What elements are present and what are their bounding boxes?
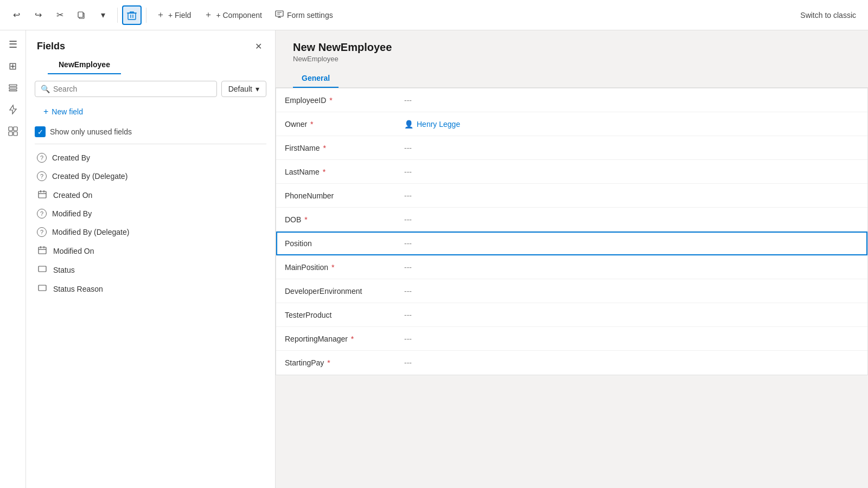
field-list-item[interactable]: Created On xyxy=(26,185,275,204)
field-value: --- xyxy=(395,281,867,301)
field-item-label: Created By xyxy=(52,153,90,162)
svg-rect-3 xyxy=(276,11,283,16)
field-label: TesterProduct xyxy=(276,305,395,325)
required-star: * xyxy=(325,358,330,367)
field-item-label: Modified By xyxy=(52,209,92,218)
field-value: --- xyxy=(395,210,867,229)
add-component-button[interactable]: ＋ + Component xyxy=(199,6,267,24)
field-label: ReportingManager * xyxy=(276,329,395,349)
settings-icon xyxy=(275,10,284,21)
form-row[interactable]: ReportingManager *--- xyxy=(276,327,867,351)
field-calendar-icon xyxy=(37,246,48,256)
form-row[interactable]: DeveloperEnvironment--- xyxy=(276,279,867,303)
search-box[interactable]: 🔍 xyxy=(35,81,217,97)
field-item-label: Created By (Delegate) xyxy=(52,172,127,181)
field-status-icon xyxy=(37,284,48,294)
required-star: * xyxy=(349,335,354,343)
field-label: PhoneNumber xyxy=(276,186,395,206)
field-item-label: Modified On xyxy=(53,247,94,255)
separator-2 xyxy=(146,8,146,23)
main-layout: ☰ ⊞ Fields ✕ xyxy=(0,30,868,488)
svg-rect-14 xyxy=(39,266,46,272)
svg-rect-10 xyxy=(9,132,12,136)
delete-button[interactable] xyxy=(122,5,142,25)
search-row: 🔍 Default ▾ xyxy=(26,74,275,104)
field-label: DOB * xyxy=(276,210,395,229)
svg-rect-15 xyxy=(39,285,46,291)
checkbox-label: Show only unused fields xyxy=(50,127,132,136)
svg-rect-8 xyxy=(9,127,12,131)
field-list-item[interactable]: ?Modified By xyxy=(26,204,275,223)
field-label: EmployeeID * xyxy=(276,91,395,110)
nav-layers-icon[interactable] xyxy=(3,78,23,98)
form-title: New NewEmployee xyxy=(293,41,851,54)
field-value: --- xyxy=(395,91,867,110)
field-calendar-icon xyxy=(37,190,48,200)
field-label: DeveloperEnvironment xyxy=(276,281,395,301)
required-star: * xyxy=(302,215,307,224)
field-label: MainPosition * xyxy=(276,258,395,277)
form-content: EmployeeID *---Owner *👤Henry LeggeFirstN… xyxy=(276,88,868,375)
field-label: FirstName * xyxy=(276,138,395,158)
filter-dropdown[interactable]: Default ▾ xyxy=(221,81,266,97)
field-item-label: Created On xyxy=(53,191,92,200)
required-star: * xyxy=(321,168,326,176)
form-row[interactable]: LastName *--- xyxy=(276,160,867,184)
nav-menu-icon[interactable]: ☰ xyxy=(3,35,23,54)
checkbox-row: ✓ Show only unused fields xyxy=(26,124,275,144)
svg-marker-7 xyxy=(10,105,16,114)
field-list-item[interactable]: Status xyxy=(26,260,275,279)
form-row[interactable]: FirstName *--- xyxy=(276,136,867,160)
switch-classic-button[interactable]: Switch to classic xyxy=(795,8,861,23)
owner-name: Henry Legge xyxy=(417,120,460,129)
field-info-icon: ? xyxy=(37,171,47,181)
redo-button[interactable]: ↪ xyxy=(28,5,48,25)
field-list-item[interactable]: ?Created By (Delegate) xyxy=(26,167,275,185)
add-field-button[interactable]: ＋ + Field xyxy=(151,6,196,24)
form-row[interactable]: MainPosition *--- xyxy=(276,255,867,279)
fields-panel: Fields ✕ NewEmployee 🔍 Default ▾ + New f… xyxy=(26,30,276,488)
dropdown-arrow-button[interactable]: ▾ xyxy=(93,5,113,25)
required-star: * xyxy=(308,120,313,129)
form-row[interactable]: DOB *--- xyxy=(276,208,867,232)
field-value: --- xyxy=(395,353,867,373)
form-tab[interactable]: General xyxy=(293,69,339,88)
required-star: * xyxy=(329,263,334,272)
field-label: LastName * xyxy=(276,162,395,182)
search-icon: 🔍 xyxy=(41,85,50,93)
required-star: * xyxy=(321,144,326,152)
nav-apps-icon[interactable]: ⊞ xyxy=(3,56,23,76)
field-value: --- xyxy=(395,234,867,253)
form-row[interactable]: Owner *👤Henry Legge xyxy=(276,112,867,136)
nav-lightning-icon[interactable] xyxy=(3,100,23,119)
field-list-item[interactable]: Modified On xyxy=(26,241,275,260)
new-field-button[interactable]: + New field xyxy=(35,104,92,120)
field-value: --- xyxy=(395,258,867,277)
search-input[interactable] xyxy=(53,85,211,93)
svg-rect-6 xyxy=(9,90,17,91)
fields-list: ?Created By?Created By (Delegate) Create… xyxy=(26,144,275,488)
form-row[interactable]: TesterProduct--- xyxy=(276,303,867,327)
field-list-item[interactable]: ?Created By xyxy=(26,149,275,167)
svg-rect-11 xyxy=(14,132,17,136)
cut-button[interactable]: ✂ xyxy=(50,5,69,25)
field-value: --- xyxy=(395,305,867,325)
field-label: Position xyxy=(276,234,395,253)
form-row[interactable]: EmployeeID *--- xyxy=(276,88,867,112)
field-list-item[interactable]: ?Modified By (Delegate) xyxy=(26,223,275,241)
undo-button[interactable]: ↩ xyxy=(7,5,26,25)
form-row[interactable]: PhoneNumber--- xyxy=(276,184,867,208)
form-settings-button[interactable]: Form settings xyxy=(270,7,339,24)
nav-components-icon[interactable] xyxy=(3,121,23,141)
toolbar: ↩ ↪ ✂ ▾ ＋ + Field ＋ + Component xyxy=(0,0,868,30)
form-row[interactable]: Position--- xyxy=(276,232,867,255)
copy-button[interactable] xyxy=(72,5,91,25)
field-list-item[interactable]: Status Reason xyxy=(26,279,275,298)
dropdown-chevron-icon: ▾ xyxy=(256,85,259,93)
field-info-icon: ? xyxy=(37,153,47,163)
form-subtitle: NewEmployee xyxy=(293,55,851,63)
field-info-icon: ? xyxy=(37,209,47,219)
form-row[interactable]: StartingPay *--- xyxy=(276,351,867,375)
panel-close-button[interactable]: ✕ xyxy=(253,39,264,54)
checkbox-icon[interactable]: ✓ xyxy=(35,126,46,137)
